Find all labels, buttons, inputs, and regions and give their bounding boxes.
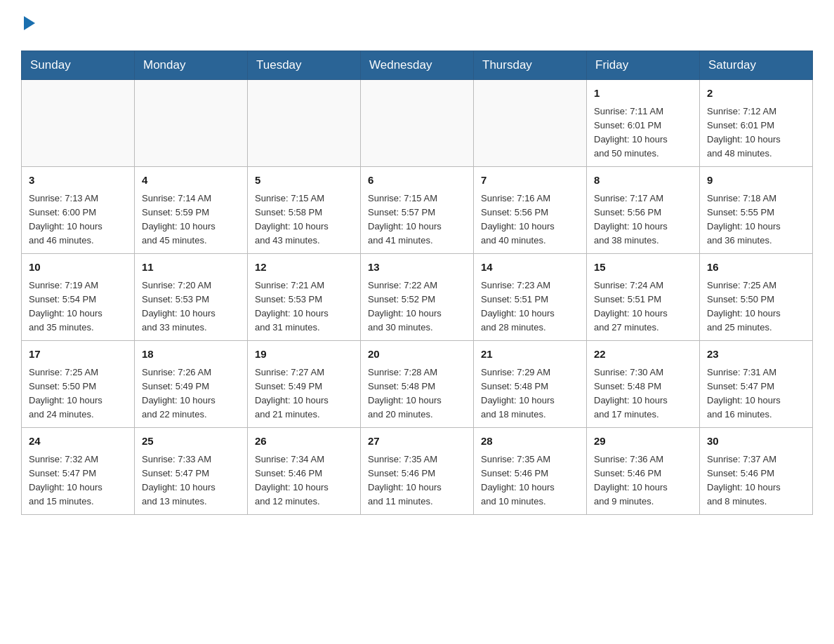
weekday-header-friday: Friday (587, 51, 700, 80)
week-row-4: 24Sunrise: 7:32 AM Sunset: 5:47 PM Dayli… (22, 428, 813, 515)
day-info: Sunrise: 7:15 AM Sunset: 5:57 PM Dayligh… (368, 192, 466, 248)
weekday-header-wednesday: Wednesday (361, 51, 474, 80)
logo-arrow-icon (24, 16, 35, 30)
calendar-cell: 4Sunrise: 7:14 AM Sunset: 5:59 PM Daylig… (135, 167, 248, 254)
day-number: 25 (142, 434, 240, 450)
day-info: Sunrise: 7:25 AM Sunset: 5:50 PM Dayligh… (29, 365, 127, 422)
day-info: Sunrise: 7:17 AM Sunset: 5:56 PM Dayligh… (594, 192, 692, 248)
calendar-cell: 6Sunrise: 7:15 AM Sunset: 5:57 PM Daylig… (361, 167, 474, 254)
day-info: Sunrise: 7:25 AM Sunset: 5:50 PM Dayligh… (707, 279, 805, 335)
day-info: Sunrise: 7:11 AM Sunset: 6:01 PM Dayligh… (594, 105, 692, 161)
calendar-cell: 23Sunrise: 7:31 AM Sunset: 5:47 PM Dayli… (700, 341, 813, 428)
day-number: 2 (707, 86, 805, 102)
calendar-cell: 10Sunrise: 7:19 AM Sunset: 5:54 PM Dayli… (22, 254, 135, 341)
calendar-cell: 17Sunrise: 7:25 AM Sunset: 5:50 PM Dayli… (22, 341, 135, 428)
day-info: Sunrise: 7:27 AM Sunset: 5:49 PM Dayligh… (255, 365, 353, 422)
day-number: 22 (594, 347, 692, 363)
day-number: 9 (707, 173, 805, 189)
calendar-cell: 30Sunrise: 7:37 AM Sunset: 5:46 PM Dayli… (700, 428, 813, 515)
day-info: Sunrise: 7:35 AM Sunset: 5:46 PM Dayligh… (481, 452, 579, 509)
day-info: Sunrise: 7:19 AM Sunset: 5:54 PM Dayligh… (29, 279, 127, 335)
calendar-cell: 19Sunrise: 7:27 AM Sunset: 5:49 PM Dayli… (248, 341, 361, 428)
day-info: Sunrise: 7:37 AM Sunset: 5:46 PM Dayligh… (707, 452, 805, 509)
calendar-cell: 9Sunrise: 7:18 AM Sunset: 5:55 PM Daylig… (700, 167, 813, 254)
day-number: 1 (594, 86, 692, 102)
day-info: Sunrise: 7:15 AM Sunset: 5:58 PM Dayligh… (255, 192, 353, 248)
page-header (21, 14, 813, 36)
calendar-cell (474, 80, 587, 167)
calendar-cell: 13Sunrise: 7:22 AM Sunset: 5:52 PM Dayli… (361, 254, 474, 341)
day-number: 16 (707, 260, 805, 276)
calendar-cell: 2Sunrise: 7:12 AM Sunset: 6:01 PM Daylig… (700, 80, 813, 167)
calendar-cell: 27Sunrise: 7:35 AM Sunset: 5:46 PM Dayli… (361, 428, 474, 515)
calendar-cell: 24Sunrise: 7:32 AM Sunset: 5:47 PM Dayli… (22, 428, 135, 515)
weekday-header-tuesday: Tuesday (248, 51, 361, 80)
day-info: Sunrise: 7:28 AM Sunset: 5:48 PM Dayligh… (368, 365, 466, 422)
calendar-cell: 28Sunrise: 7:35 AM Sunset: 5:46 PM Dayli… (474, 428, 587, 515)
week-row-3: 17Sunrise: 7:25 AM Sunset: 5:50 PM Dayli… (22, 341, 813, 428)
calendar-cell: 7Sunrise: 7:16 AM Sunset: 5:56 PM Daylig… (474, 167, 587, 254)
day-info: Sunrise: 7:30 AM Sunset: 5:48 PM Dayligh… (594, 365, 692, 422)
day-number: 30 (707, 434, 805, 450)
day-number: 26 (255, 434, 353, 450)
weekday-header-saturday: Saturday (700, 51, 813, 80)
day-info: Sunrise: 7:29 AM Sunset: 5:48 PM Dayligh… (481, 365, 579, 422)
day-info: Sunrise: 7:26 AM Sunset: 5:49 PM Dayligh… (142, 365, 240, 422)
day-number: 18 (142, 347, 240, 363)
day-number: 13 (368, 260, 466, 276)
day-info: Sunrise: 7:18 AM Sunset: 5:55 PM Dayligh… (707, 192, 805, 248)
day-info: Sunrise: 7:13 AM Sunset: 6:00 PM Dayligh… (29, 192, 127, 248)
day-info: Sunrise: 7:20 AM Sunset: 5:53 PM Dayligh… (142, 279, 240, 335)
calendar-cell: 12Sunrise: 7:21 AM Sunset: 5:53 PM Dayli… (248, 254, 361, 341)
calendar-cell: 16Sunrise: 7:25 AM Sunset: 5:50 PM Dayli… (700, 254, 813, 341)
calendar-cell: 15Sunrise: 7:24 AM Sunset: 5:51 PM Dayli… (587, 254, 700, 341)
week-row-0: 1Sunrise: 7:11 AM Sunset: 6:01 PM Daylig… (22, 80, 813, 167)
calendar-cell: 14Sunrise: 7:23 AM Sunset: 5:51 PM Dayli… (474, 254, 587, 341)
day-info: Sunrise: 7:24 AM Sunset: 5:51 PM Dayligh… (594, 279, 692, 335)
day-number: 28 (481, 434, 579, 450)
day-number: 17 (29, 347, 127, 363)
day-info: Sunrise: 7:36 AM Sunset: 5:46 PM Dayligh… (594, 452, 692, 509)
day-info: Sunrise: 7:33 AM Sunset: 5:47 PM Dayligh… (142, 452, 240, 509)
day-number: 19 (255, 347, 353, 363)
day-info: Sunrise: 7:34 AM Sunset: 5:46 PM Dayligh… (255, 452, 353, 509)
calendar-cell: 5Sunrise: 7:15 AM Sunset: 5:58 PM Daylig… (248, 167, 361, 254)
day-number: 7 (481, 173, 579, 189)
day-info: Sunrise: 7:14 AM Sunset: 5:59 PM Dayligh… (142, 192, 240, 248)
week-row-1: 3Sunrise: 7:13 AM Sunset: 6:00 PM Daylig… (22, 167, 813, 254)
weekday-header-monday: Monday (135, 51, 248, 80)
weekday-header-row: SundayMondayTuesdayWednesdayThursdayFrid… (22, 51, 813, 80)
day-number: 21 (481, 347, 579, 363)
logo (21, 14, 35, 36)
calendar-cell: 26Sunrise: 7:34 AM Sunset: 5:46 PM Dayli… (248, 428, 361, 515)
day-number: 11 (142, 260, 240, 276)
day-info: Sunrise: 7:22 AM Sunset: 5:52 PM Dayligh… (368, 279, 466, 335)
day-number: 14 (481, 260, 579, 276)
calendar-cell: 11Sunrise: 7:20 AM Sunset: 5:53 PM Dayli… (135, 254, 248, 341)
calendar-cell (248, 80, 361, 167)
calendar-table: SundayMondayTuesdayWednesdayThursdayFrid… (21, 51, 813, 515)
calendar-cell: 3Sunrise: 7:13 AM Sunset: 6:00 PM Daylig… (22, 167, 135, 254)
day-info: Sunrise: 7:23 AM Sunset: 5:51 PM Dayligh… (481, 279, 579, 335)
day-info: Sunrise: 7:12 AM Sunset: 6:01 PM Dayligh… (707, 105, 805, 161)
day-number: 23 (707, 347, 805, 363)
calendar-cell: 8Sunrise: 7:17 AM Sunset: 5:56 PM Daylig… (587, 167, 700, 254)
day-info: Sunrise: 7:32 AM Sunset: 5:47 PM Dayligh… (29, 452, 127, 509)
day-number: 6 (368, 173, 466, 189)
calendar-cell: 25Sunrise: 7:33 AM Sunset: 5:47 PM Dayli… (135, 428, 248, 515)
day-number: 3 (29, 173, 127, 189)
day-info: Sunrise: 7:16 AM Sunset: 5:56 PM Dayligh… (481, 192, 579, 248)
day-number: 10 (29, 260, 127, 276)
calendar-cell (361, 80, 474, 167)
calendar-cell: 20Sunrise: 7:28 AM Sunset: 5:48 PM Dayli… (361, 341, 474, 428)
day-number: 24 (29, 434, 127, 450)
day-number: 15 (594, 260, 692, 276)
weekday-header-thursday: Thursday (474, 51, 587, 80)
day-number: 29 (594, 434, 692, 450)
calendar-cell (22, 80, 135, 167)
calendar-cell: 29Sunrise: 7:36 AM Sunset: 5:46 PM Dayli… (587, 428, 700, 515)
day-number: 4 (142, 173, 240, 189)
day-info: Sunrise: 7:35 AM Sunset: 5:46 PM Dayligh… (368, 452, 466, 509)
calendar-cell: 21Sunrise: 7:29 AM Sunset: 5:48 PM Dayli… (474, 341, 587, 428)
week-row-2: 10Sunrise: 7:19 AM Sunset: 5:54 PM Dayli… (22, 254, 813, 341)
